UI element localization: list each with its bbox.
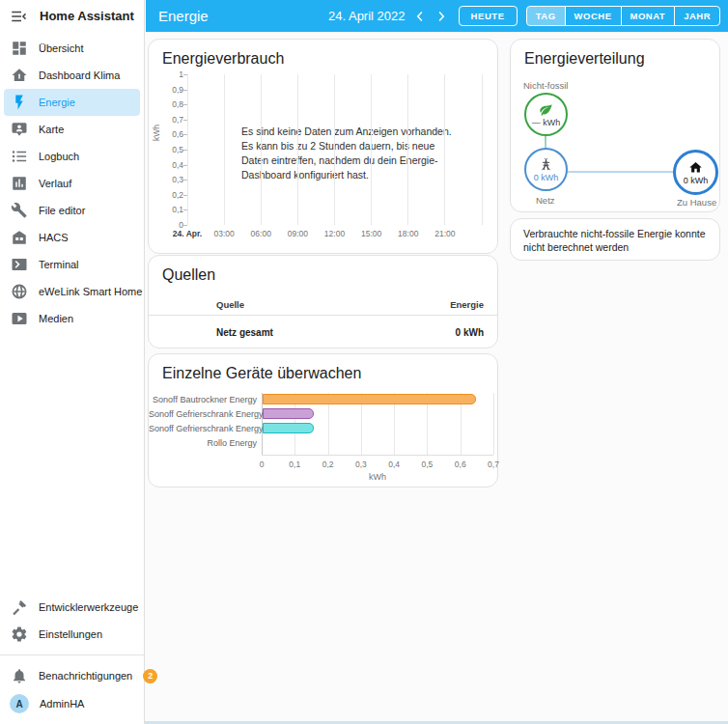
format-list-bulleted-icon	[11, 148, 28, 165]
profile-name: AdminHA	[40, 698, 84, 710]
date-controls: 24. April 2022 HEUTE TAGWOCHEMONATJAHR	[328, 6, 720, 26]
y-tick-label: 0,8	[172, 99, 183, 109]
x-tick-label: 03:00	[213, 229, 234, 238]
y-tick-mark	[183, 180, 187, 181]
grid-value: 0 kWh	[534, 173, 559, 182]
sidebar-item-label: eWeLink Smart Home	[39, 286, 142, 297]
sidebar-item-hacs[interactable]: HACS	[4, 224, 140, 251]
gridline	[297, 74, 298, 225]
sidebar-item-einstellungen[interactable]: Einstellungen	[4, 621, 140, 648]
sidebar: Home Assistant ÜbersichtDashboard KlimaE…	[0, 0, 145, 724]
sidebar-item-ewelink[interactable]: eWeLink Smart Home	[4, 278, 140, 305]
consumption-plot-area: Es sind keine Daten zum Anzeigen vorhand…	[187, 74, 482, 225]
distribution-card-title: Energieverteilung	[524, 50, 645, 68]
x-tick-label: 06:00	[251, 229, 271, 238]
app-title: Home Assistant	[40, 9, 134, 23]
sidebar-item-label: Übersicht	[39, 42, 83, 54]
nonfossil-node[interactable]: — kWh	[524, 93, 568, 136]
x-tick-label: 0,2	[322, 459, 334, 469]
grid-node[interactable]: 0 kWh	[524, 148, 568, 191]
y-tick-mark	[183, 134, 187, 135]
sources-col-energie: Energie	[450, 299, 497, 310]
grid-label: Netz	[536, 195, 555, 206]
sidebar-item-energie[interactable]: Energie	[4, 89, 140, 116]
gridline	[482, 74, 483, 225]
x-tick-label: 0,1	[289, 459, 300, 469]
sidebar-item-medien[interactable]: Medien	[4, 305, 140, 332]
device-bar[interactable]	[263, 423, 314, 433]
devices-card-title: Einzelne Geräte überwachen	[162, 365, 361, 382]
view-dashboard-icon	[11, 40, 28, 57]
sidebar-item-label: Verlauf	[39, 178, 71, 189]
sidebar-item-label: Einstellungen	[39, 628, 102, 640]
range-button-jahr[interactable]: JAHR	[674, 7, 719, 25]
home-node[interactable]: 0 kWh	[673, 150, 718, 195]
grid-home-connector	[564, 171, 678, 173]
x-tick-label: 21:00	[434, 229, 455, 238]
table-row[interactable]: Netz gesamt0 kWh	[149, 317, 497, 348]
y-tick-label: 0,6	[172, 129, 183, 139]
x-tick-label: 0	[260, 459, 265, 469]
sidebar-item-label: Entwicklerwerkzeuge	[39, 601, 138, 613]
device-bar[interactable]	[263, 408, 314, 419]
consumption-y-ticks: 10,90,80,70,60,50,40,30,20,10	[162, 74, 183, 225]
y-tick-mark	[183, 165, 187, 166]
page-title: Energie	[158, 8, 209, 24]
sidebar-item-label: Dashboard Klima	[39, 70, 120, 81]
y-tick-label: 0,1	[172, 205, 183, 214]
sidebar-item-entwicklerwerkzeuge[interactable]: Entwicklerwerkzeuge	[4, 594, 140, 621]
x-tick-label: 0,3	[355, 459, 367, 469]
device-label: Sonoff Gefrierschrank Energy	[149, 407, 257, 422]
gridline	[407, 74, 408, 225]
play-box-icon	[11, 310, 28, 327]
wrench-icon	[11, 202, 28, 219]
tooltip-account-icon	[11, 121, 28, 138]
sidebar-item-benachrichtigungen[interactable]: Benachrichtigungen 2	[4, 662, 140, 689]
notice-text: Verbrauchte nicht-fossile Energie konnte…	[523, 227, 707, 254]
y-tick-mark	[183, 150, 187, 151]
devices-bar-chart: kWh 00,10,20,30,40,50,60,7Sonoff Bautroc…	[149, 393, 497, 485]
y-tick-mark	[183, 90, 187, 91]
x-tick-label: 09:00	[288, 229, 308, 238]
energy-distribution-card: Energieverteilung Nicht-fossil — kWh 0 k…	[510, 39, 720, 212]
sidebar-footer: EntwicklerwerkzeugeEinstellungen Benachr…	[0, 591, 144, 718]
consumption-x-ticks: 24. Apr.03:0006:0009:0012:0015:0018:0021…	[187, 229, 482, 242]
y-tick-label: 0,3	[172, 175, 183, 184]
date-label: 24. April 2022	[328, 9, 406, 23]
x-tick-label: 12:00	[324, 229, 345, 238]
notifications-badge: 2	[143, 669, 157, 683]
y-tick-label: 0,7	[172, 115, 183, 125]
gridline	[371, 74, 372, 225]
notifications-label: Benachrichtigungen	[39, 670, 132, 682]
sidebar-item-uebersicht[interactable]: Übersicht	[4, 35, 140, 62]
range-button-tag[interactable]: TAG	[527, 7, 565, 25]
sidebar-item-label: Logbuch	[39, 151, 79, 162]
sidebar-item-terminal[interactable]: Terminal	[4, 251, 140, 278]
sidebar-item-logbuch[interactable]: Logbuch	[4, 143, 140, 170]
source-name: Netz gesamt	[149, 327, 273, 338]
range-button-woche[interactable]: WOCHE	[565, 7, 621, 25]
device-bar[interactable]	[263, 394, 476, 404]
x-tick-label: 0,7	[488, 459, 499, 469]
leaf-icon	[539, 102, 553, 117]
sidebar-nav: ÜbersichtDashboard KlimaEnergieKarteLogb…	[0, 35, 144, 332]
sidebar-item-dashboard-klima[interactable]: Dashboard Klima	[4, 62, 140, 89]
chevron-right-icon[interactable]	[433, 8, 450, 25]
sidebar-item-label: Karte	[39, 124, 64, 135]
menu-toggle-icon[interactable]	[10, 8, 27, 25]
gridline	[493, 393, 494, 455]
chart-box-icon	[11, 175, 28, 192]
sidebar-item-verlauf[interactable]: Verlauf	[4, 170, 140, 197]
y-tick-mark	[183, 209, 187, 210]
sidebar-item-profile[interactable]: A AdminHA	[4, 689, 140, 718]
today-button[interactable]: HEUTE	[459, 6, 518, 26]
y-tick-label: 0,2	[172, 190, 183, 200]
nonfossil-value: — kWh	[532, 118, 561, 127]
web-icon	[11, 283, 28, 300]
chevron-left-icon[interactable]	[411, 8, 429, 25]
range-button-monat[interactable]: MONAT	[621, 7, 675, 25]
hammer-icon	[11, 599, 28, 616]
sources-card: Quellen Quelle Energie Netz gesamt0 kWh	[148, 255, 498, 348]
sidebar-item-file-editor[interactable]: File editor	[4, 197, 140, 224]
sidebar-item-karte[interactable]: Karte	[4, 116, 140, 143]
